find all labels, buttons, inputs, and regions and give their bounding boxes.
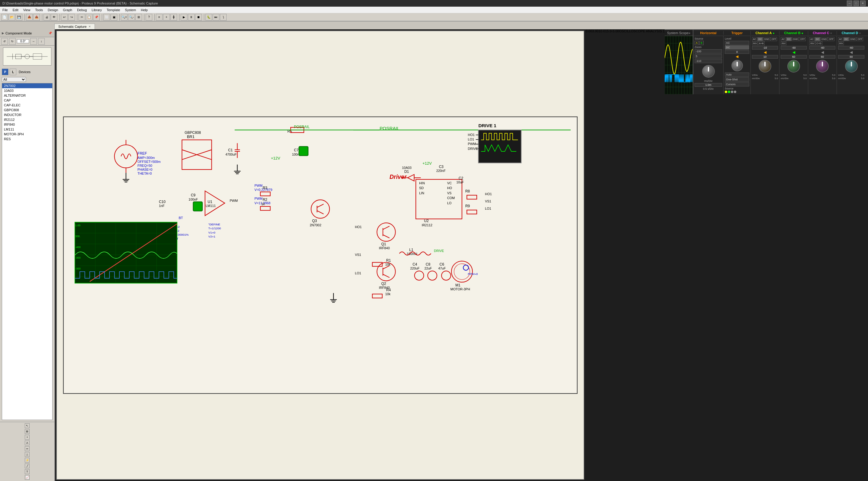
tb-import[interactable]: 📥: [26, 14, 33, 21]
device-category-select[interactable]: All: [2, 77, 26, 82]
tool-select[interactable]: ↖: [25, 423, 30, 428]
tb-zoom-in[interactable]: 🔍+: [121, 14, 127, 21]
ch-b-ac[interactable]: AC: [781, 37, 786, 41]
device-item-res[interactable]: RES: [2, 137, 52, 141]
ch-c-off[interactable]: OFF: [828, 37, 834, 41]
tb-new[interactable]: 📄: [1, 14, 8, 21]
ch-c-inv[interactable]: INV: [809, 41, 815, 45]
schematic-canvas[interactable]: POSRAIL +12V +12V FREF AMP=300m OFFSET=5…: [56, 31, 584, 480]
menu-view[interactable]: View: [21, 7, 33, 12]
trig-ac-btn[interactable]: AC: [725, 41, 749, 45]
tb-help[interactable]: ?: [146, 14, 152, 21]
tb-undo[interactable]: ↩: [61, 14, 68, 21]
menu-system[interactable]: System: [123, 7, 139, 12]
tool-graph[interactable]: 📈: [25, 475, 30, 480]
device-p-button[interactable]: P: [2, 68, 8, 75]
tb-print-prev[interactable]: 👁: [51, 14, 57, 21]
tb-step-over[interactable]: ⤵: [220, 14, 226, 21]
trig-auto-btn[interactable]: Auto: [725, 72, 749, 77]
device-item-motor-3ph[interactable]: MOTOR-3PH: [2, 132, 52, 137]
ch-a-inv[interactable]: INV: [752, 41, 758, 45]
menu-edit[interactable]: Edit: [10, 7, 21, 12]
tab-close-icon[interactable]: ✕: [89, 25, 91, 28]
tb-export[interactable]: 📤: [33, 14, 40, 21]
tb-paste[interactable]: 📌: [93, 14, 100, 21]
trigger-knob[interactable]: [732, 60, 743, 71]
close-button[interactable]: ✕: [860, 1, 866, 6]
device-l-button[interactable]: L: [10, 68, 16, 75]
tb-netlist[interactable]: ≡: [156, 14, 162, 21]
menu-help[interactable]: Help: [138, 7, 150, 12]
tb-place-bus[interactable]: +: [163, 14, 170, 21]
horizontal-knob[interactable]: [702, 65, 715, 78]
device-item-ir2112[interactable]: IR2112: [2, 117, 52, 122]
tool-bus[interactable]: ═: [25, 446, 30, 451]
trig-dc-btn[interactable]: DC: [725, 45, 749, 50]
trig-cursors-btn[interactable]: Cursors: [725, 82, 749, 86]
device-item-cap-elec[interactable]: CAP-ELEC: [2, 103, 52, 108]
ch-c-knob[interactable]: [816, 60, 829, 72]
menu-template[interactable]: Template: [104, 7, 123, 12]
device-item-alternator[interactable]: ALTERNATOR: [2, 93, 52, 98]
ch-b-knob[interactable]: [787, 60, 800, 72]
device-item-lm111[interactable]: LM111: [2, 127, 52, 132]
tb-save[interactable]: 💾: [16, 14, 22, 21]
tb-zoom-out[interactable]: 🔍-: [128, 14, 135, 21]
minimize-button[interactable]: ─: [847, 1, 852, 6]
tb-copy[interactable]: 📋: [86, 14, 92, 21]
ch-c-gnd[interactable]: GND: [820, 37, 828, 41]
device-list[interactable]: 2N7002 10A03 ALTERNATOR CAP CAP-ELEC GBP…: [2, 83, 53, 420]
mirror-v-button[interactable]: ↕: [38, 38, 45, 45]
scope-collapse-btn[interactable]: «: [688, 31, 690, 35]
mirror-h-button[interactable]: ↔: [30, 38, 37, 45]
tb-zoom-fit[interactable]: ⊞: [135, 14, 142, 21]
tool-text[interactable]: T: [25, 469, 30, 474]
device-item-gbpc808[interactable]: GBPC808: [2, 108, 52, 112]
ch-c-cpd[interactable]: C+D: [815, 41, 822, 45]
ch-d-inv[interactable]: INV: [838, 41, 844, 45]
ch-d-ac[interactable]: AC: [838, 37, 843, 41]
ch-d-dc[interactable]: DC: [843, 37, 849, 41]
ch-a-off[interactable]: OFF: [770, 37, 777, 41]
ch-b-dc[interactable]: DC: [786, 37, 792, 41]
tool-component[interactable]: ⊞: [25, 429, 30, 434]
tb-run[interactable]: ▶: [181, 14, 187, 21]
ch-b-gnd[interactable]: GND: [792, 37, 799, 41]
ch-d-knob[interactable]: [845, 60, 858, 72]
tb-block[interactable]: ⬜: [103, 14, 110, 21]
menu-design[interactable]: Design: [45, 7, 60, 12]
ch-d-off[interactable]: OFF: [857, 37, 863, 41]
ch-a-apb[interactable]: A+B: [758, 41, 764, 45]
maximize-button[interactable]: □: [854, 1, 859, 6]
tb-cut[interactable]: ✂: [79, 14, 85, 21]
ch-c-dc[interactable]: DC: [815, 37, 820, 41]
device-item-10a03[interactable]: 10A03: [2, 88, 52, 93]
trig-oneshot-btn[interactable]: One-Shot: [725, 77, 749, 82]
tb-pause[interactable]: ⏸: [188, 14, 194, 21]
ch-a-gnd[interactable]: GND: [763, 37, 770, 41]
pin-button[interactable]: 📌: [48, 31, 53, 36]
tool-junction[interactable]: •: [25, 435, 30, 440]
ch-d-gnd[interactable]: GND: [849, 37, 857, 41]
tb-stop[interactable]: ⏹: [195, 14, 202, 21]
rotate-angle-input[interactable]: 0.0°: [17, 39, 29, 43]
tb-print[interactable]: 🖨: [43, 14, 50, 21]
tool-probe[interactable]: ⚡: [25, 458, 30, 462]
schematic-tab[interactable]: Schematic Capture ✕: [54, 24, 95, 29]
ch-b-off[interactable]: OFF: [799, 37, 806, 41]
tb-place-wire[interactable]: ╋: [170, 14, 177, 21]
device-item-2n7002[interactable]: 2N7002: [2, 83, 52, 88]
tb-step[interactable]: ⏭: [213, 14, 219, 21]
ch-a-dc[interactable]: DC: [757, 37, 763, 41]
device-item-cap[interactable]: CAP: [2, 98, 52, 103]
ch-a-knob[interactable]: [758, 60, 771, 72]
tool-power[interactable]: ⊥: [25, 452, 30, 457]
source-b-btn[interactable]: B: [700, 41, 704, 45]
ch-c-ac[interactable]: AC: [809, 37, 814, 41]
rotate-cw-button[interactable]: ↻: [9, 38, 16, 45]
rotate-ccw-button[interactable]: ↺: [1, 38, 8, 45]
menu-graph[interactable]: Graph: [60, 7, 74, 12]
menu-debug[interactable]: Debug: [74, 7, 89, 12]
tb-open[interactable]: 📂: [8, 14, 15, 21]
menu-file[interactable]: File: [0, 7, 10, 12]
